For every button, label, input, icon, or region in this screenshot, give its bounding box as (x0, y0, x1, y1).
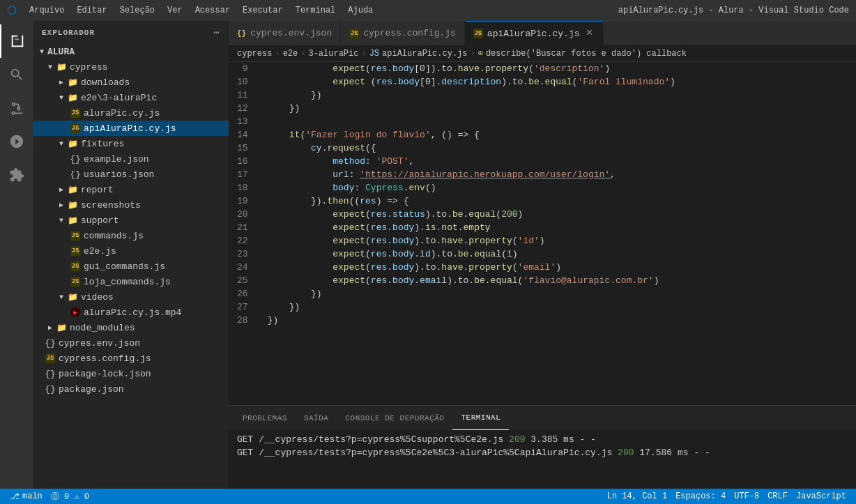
tree-item-fixtures[interactable]: ▼ 📁 fixtures (33, 136, 229, 151)
menu-arquivo[interactable]: Arquivo (24, 4, 70, 17)
ln-23: 23 (237, 247, 254, 261)
label-commands: commands.js (84, 231, 144, 241)
editor-area: {} cypres.env.json JS cypress.config.js … (229, 21, 856, 489)
menu-acessar[interactable]: Acessar (190, 4, 236, 17)
tree-item-videos[interactable]: ▼ 📁 videos (33, 289, 229, 305)
tab-cypresenv[interactable]: {} cypres.env.json (229, 21, 341, 45)
tree-item-usuarios[interactable]: {} usuarios.json (33, 167, 229, 182)
menu-ajuda[interactable]: Ajuda (342, 4, 379, 17)
menu-editar[interactable]: Editar (71, 4, 112, 17)
status-eol[interactable]: CRLF (763, 491, 792, 501)
breadcrumb-sep1: › (275, 49, 280, 59)
label-nodemodules: node_modules (70, 323, 135, 333)
video-icon-mp4: ▶ (70, 307, 81, 318)
tree-item-e2ejs[interactable]: JS e2e.js (33, 243, 229, 259)
tree-root-alura[interactable]: ▼ ALURA (33, 44, 229, 59)
js-icon-loja: JS (70, 276, 81, 287)
folder-icon-e2e: 📁 (67, 92, 78, 103)
tree-item-apialurapic[interactable]: JS apiAluraPic.cy.js (33, 121, 229, 136)
label-cypress: cypress (70, 62, 108, 72)
tree-item-packagejson[interactable]: {} package.json (33, 381, 229, 397)
bottom-panel: PROBLEMAS SAÍDA CONSOLE DE DEPURAÇÃO TER… (229, 405, 856, 489)
sidebar-more-icon[interactable]: ⋯ (214, 26, 220, 38)
breadcrumb-e2e[interactable]: e2e (283, 49, 298, 59)
tree-item-alurapic[interactable]: JS aluraPic.cy.js (33, 105, 229, 121)
menu-selecao[interactable]: Seleção (114, 4, 160, 17)
ln-24: 24 (237, 261, 254, 274)
code-line-26: }) (262, 287, 856, 300)
sidebar-actions[interactable]: ⋯ (214, 26, 220, 38)
tree-item-downloads[interactable]: ▶ 📁 downloads (33, 75, 229, 90)
code-line-18: body: Cypress.env() (262, 181, 856, 194)
panel-tab-console[interactable]: CONSOLE DE DEPURAÇÃO (337, 406, 452, 430)
tree-item-cypressconfig[interactable]: JS cypress.config.js (33, 351, 229, 366)
tree-item-nodemodules[interactable]: ▶ 📁 node_modules (33, 320, 229, 335)
ln-11: 11 (237, 89, 254, 102)
tree-item-cypress[interactable]: ▼ 📁 cypress (33, 59, 229, 75)
panel-tab-saida[interactable]: SAÍDA (296, 406, 337, 430)
sidebar-title: EXPLORADOR (42, 29, 95, 37)
label-usuarios: usuarios.json (84, 169, 154, 180)
tab-close-apialurapic[interactable]: × (583, 28, 595, 39)
code-line-22: expect(res.body).to.have.property('id') (262, 234, 856, 247)
ln-26: 26 (237, 287, 254, 300)
branch-icon: ⎇ (10, 491, 20, 502)
code-line-23: expect(res.body.id).to.be.equal(1) (262, 247, 856, 261)
menu-executar[interactable]: Executar (237, 4, 289, 17)
status-spaces[interactable]: Espaços: 4 (671, 491, 730, 501)
sidebar: EXPLORADOR ⋯ ▼ ALURA ▼ 📁 cypress ▶ 📁 dow… (33, 21, 229, 489)
code-content[interactable]: expect(res.body[0]).to.have.property('de… (262, 62, 856, 405)
tree-item-example[interactable]: {} example.json (33, 151, 229, 167)
activity-source-control[interactable] (0, 91, 33, 125)
folder-icon-videos: 📁 (67, 291, 78, 303)
activity-extensions[interactable] (0, 158, 33, 192)
line-col-label: Ln 14, Col 1 (607, 491, 667, 501)
arrow-fixtures: ▼ (56, 138, 67, 149)
panel-tab-problemas[interactable]: PROBLEMAS (234, 406, 296, 430)
tree-item-packagelock[interactable]: {} package-lock.json (33, 366, 229, 381)
tab-apialurapic[interactable]: JS apiAluraPic.cy.js × (465, 21, 604, 45)
tree-item-report[interactable]: ▶ 📁 report (33, 182, 229, 197)
code-line-12: }) (262, 102, 856, 115)
activity-explorer[interactable] (0, 24, 33, 58)
tab-icon-cypresenv: {} (237, 29, 246, 38)
tree-item-support[interactable]: ▼ 📁 support (33, 213, 229, 228)
eol-label: CRLF (767, 491, 788, 501)
js-icon-gui: JS (70, 261, 81, 272)
tab-bar: {} cypres.env.json JS cypress.config.js … (229, 21, 856, 45)
code-line-11: }) (262, 89, 856, 102)
tree-item-gui[interactable]: JS gui_commands.js (33, 259, 229, 274)
tree-item-commands[interactable]: JS commands.js (33, 228, 229, 243)
folder-icon-screenshots: 📁 (67, 199, 78, 211)
tree-item-cypresenv[interactable]: {} cypres.env.json (33, 335, 229, 351)
activity-run-debug[interactable] (0, 125, 33, 158)
tree-item-mp4[interactable]: ▶ aluraPic.cy.js.mp4 (33, 305, 229, 320)
arrow-nodemodules: ▶ (45, 322, 56, 333)
menu-terminal[interactable]: Terminal (290, 4, 342, 17)
status-encoding[interactable]: UTF-8 (730, 491, 763, 501)
breadcrumb-describe-label[interactable]: describe('Buscar fotos e dado') callback (486, 49, 687, 59)
label-example: example.json (84, 154, 149, 165)
panel-tab-terminal[interactable]: TERMINAL (452, 406, 509, 430)
breadcrumb-filename[interactable]: apiAluraPic.cy.js (382, 49, 467, 59)
tree-item-screenshots[interactable]: ▶ 📁 screenshots (33, 197, 229, 213)
branch-label: main (22, 491, 43, 501)
code-line-25: expect(res.body.email).to.be.equal('flav… (262, 274, 856, 287)
tab-cypressconfig[interactable]: JS cypress.config.js (341, 21, 465, 45)
breadcrumb-cypress[interactable]: cypress (237, 49, 272, 59)
arrow-cypress: ▼ (45, 61, 56, 72)
label-report: report (81, 185, 114, 195)
menu-bar[interactable]: Arquivo Editar Seleção Ver Acessar Execu… (24, 4, 379, 17)
vscode-icon: ⬡ (7, 3, 17, 17)
status-language[interactable]: JavaScript (792, 491, 850, 501)
tree-item-loja[interactable]: JS loja_commands.js (33, 274, 229, 289)
status-errors[interactable]: ⓪ 0 ⚠ 0 (47, 491, 93, 503)
activity-search[interactable] (0, 58, 33, 91)
menu-ver[interactable]: Ver (162, 4, 188, 17)
status-branch[interactable]: ⎇ main (6, 491, 47, 502)
label-packagejson: package.json (59, 384, 124, 395)
tree-item-e2e[interactable]: ▼ 📁 e2e\3-aluraPic (33, 90, 229, 105)
breadcrumb-3alurapic[interactable]: 3-aluraPic (308, 49, 358, 59)
status-line-col[interactable]: Ln 14, Col 1 (603, 491, 671, 501)
code-editor: 9 10 11 12 13 14 15 16 17 18 19 20 21 22… (229, 62, 856, 405)
